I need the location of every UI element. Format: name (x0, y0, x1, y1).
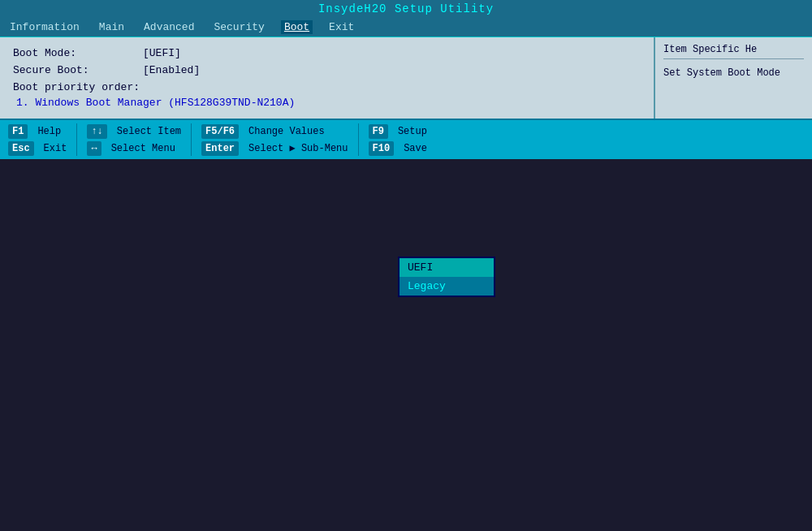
footer-divider-3 (358, 123, 359, 156)
boot-entry-1: 1. Windows Boot Manager (HFS128G39TND-N2… (16, 97, 641, 109)
dropdown-option-legacy[interactable]: Legacy (400, 277, 494, 296)
sidebar-title: Item Specific He (663, 44, 804, 59)
title-bar: InsydeH20 Setup Utility (0, 0, 812, 18)
menu-item-exit[interactable]: Exit (326, 20, 357, 34)
secure-boot-label: Secure Boot: (13, 64, 143, 76)
boot-mode-row: Boot Mode: [UEFI] (13, 47, 641, 59)
footer-divider-1 (76, 123, 77, 156)
boot-mode-dropdown[interactable]: UEFILegacy (398, 257, 495, 297)
secure-boot-row: Secure Boot: [Enabled] (13, 64, 641, 76)
menu-item-advanced[interactable]: Advanced (140, 20, 197, 34)
boot-priority-label: Boot priority order: (13, 81, 641, 93)
footer-left-group: F1HelpEscExit (8, 124, 67, 156)
sidebar: Item Specific He Set System Boot Mode (654, 37, 812, 119)
menu-bar: InformationMainAdvancedSecurityBootExit (0, 18, 812, 37)
content-area: Boot Mode: [UEFI] Secure Boot: [Enabled]… (0, 37, 654, 119)
menu-item-main[interactable]: Main (96, 20, 127, 34)
footer: F1HelpEscExit↑↓Select Item↔Select MenuF5… (0, 119, 812, 159)
menu-item-boot[interactable]: Boot (281, 20, 313, 34)
footer-divider-2 (191, 123, 192, 156)
boot-mode-value: [UEFI] (143, 47, 181, 59)
menu-item-information[interactable]: Information (6, 20, 83, 34)
sidebar-description: Set System Boot Mode (663, 66, 804, 80)
boot-mode-label: Boot Mode: (13, 47, 143, 59)
secure-boot-value: [Enabled] (143, 64, 200, 76)
dropdown-option-uefi[interactable]: UEFI (400, 258, 494, 277)
title-text: InsydeH20 Setup Utility (318, 2, 494, 15)
menu-item-security[interactable]: Security (210, 20, 267, 34)
